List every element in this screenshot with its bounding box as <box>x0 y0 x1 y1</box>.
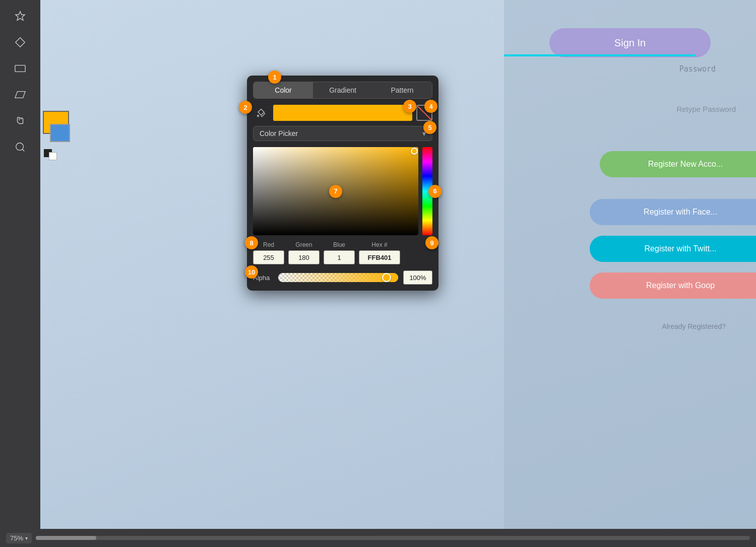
alpha-slider[interactable] <box>278 273 398 282</box>
blue-field: Blue <box>324 241 355 264</box>
signin-button[interactable]: Sign In <box>549 28 711 57</box>
register-facebook-button[interactable]: Register with Face... <box>590 199 756 225</box>
password-label: Password <box>679 64 716 74</box>
tab-gradient[interactable]: Gradient <box>313 82 372 98</box>
badge-3: 3 <box>403 100 416 113</box>
alpha-gradient <box>278 273 398 282</box>
shape-tool[interactable] <box>9 31 31 53</box>
svg-marker-1 <box>16 38 25 47</box>
blue-label: Blue <box>333 241 345 248</box>
tab-color[interactable]: Color <box>254 82 313 98</box>
zoom-tool[interactable] <box>9 136 31 158</box>
badge-2: 2 <box>239 101 252 114</box>
eyedropper-button[interactable] <box>253 105 269 121</box>
green-field: Green <box>288 241 320 264</box>
color-model-dropdown[interactable]: Color Picker ▾ <box>253 126 432 141</box>
form-overlay: Sign In Password Retype Password Registe… <box>504 0 756 529</box>
color-bar-row: 3 4 <box>253 105 432 121</box>
already-registered-text: Already Registered? <box>662 322 726 330</box>
green-input[interactable] <box>288 250 320 264</box>
svg-point-6 <box>258 115 259 117</box>
star-tool[interactable] <box>9 5 31 27</box>
svg-line-5 <box>22 149 24 151</box>
svg-point-4 <box>16 143 24 151</box>
hex-input[interactable] <box>359 250 400 264</box>
red-input[interactable] <box>253 250 284 264</box>
zoom-bar: 75% ▾ <box>0 529 756 547</box>
tab-pattern[interactable]: Pattern <box>372 82 432 98</box>
color-preview-bar[interactable] <box>273 105 412 121</box>
zoom-select[interactable]: 75% ▾ <box>6 533 32 543</box>
badge-5: 5 <box>423 121 436 134</box>
badge-8: 8 <box>245 236 258 249</box>
parallelogram-tool[interactable] <box>9 84 31 106</box>
scroll-thumb[interactable] <box>36 536 96 540</box>
toolbar <box>0 0 40 547</box>
color-picker-panel: 1 Color Gradient Pattern 2 3 <box>247 76 438 291</box>
hex-field: Hex # <box>359 241 400 264</box>
alpha-handle[interactable] <box>382 273 391 282</box>
rgb-inputs-row: Red Green Blue Hex # <box>253 241 432 264</box>
rectangle-tool[interactable] <box>9 57 31 80</box>
hand-tool[interactable] <box>9 110 31 132</box>
badge-4: 4 <box>424 100 437 113</box>
horizontal-scrollbar[interactable] <box>36 536 750 540</box>
register-new-button[interactable]: Register New Acco... <box>600 151 756 177</box>
color-picker-handle[interactable] <box>411 148 418 155</box>
green-label: Green <box>295 241 312 248</box>
blue-input[interactable] <box>324 250 355 264</box>
hex-label: Hex # <box>371 241 387 248</box>
register-goop-button[interactable]: Register with Goop <box>590 272 756 299</box>
badge-9: 9 <box>425 236 438 249</box>
color-swatches-area <box>43 111 78 146</box>
picker-canvas-row: 7 6 <box>253 147 432 235</box>
retype-password-label: Retype Password <box>676 105 736 113</box>
badge-6: 6 <box>428 185 442 198</box>
alpha-row: Alpha <box>253 270 432 285</box>
badge-7: 7 <box>329 185 342 198</box>
svg-rect-2 <box>15 65 25 72</box>
register-twitter-button[interactable]: Register with Twitt... <box>590 236 756 262</box>
alpha-input[interactable] <box>403 270 432 285</box>
swap-colors-icon[interactable] <box>49 152 57 160</box>
svg-marker-0 <box>16 12 25 20</box>
svg-marker-3 <box>15 92 25 98</box>
picker-tabs: Color Gradient Pattern <box>253 82 432 99</box>
zoom-dropdown-icon: ▾ <box>25 535 28 541</box>
background-swatch[interactable] <box>50 124 70 142</box>
badge-1: 1 <box>268 71 281 84</box>
red-label: Red <box>263 241 274 248</box>
progress-bar <box>504 54 696 56</box>
badge-10: 10 <box>245 265 258 279</box>
